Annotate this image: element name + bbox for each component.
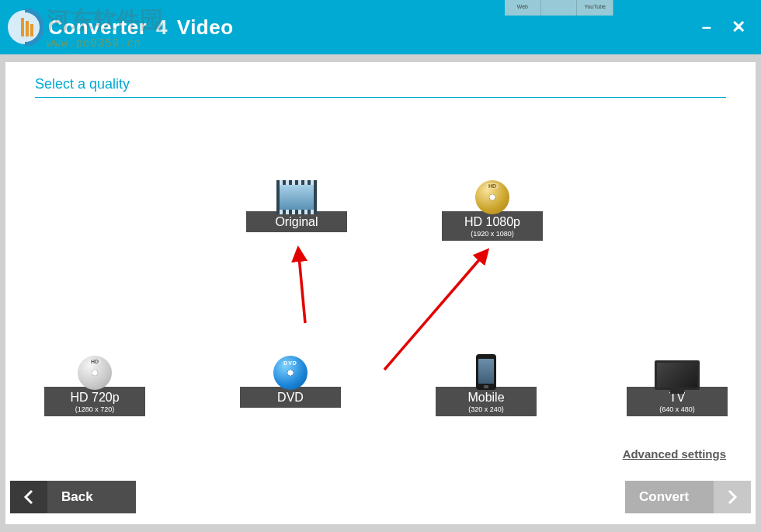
quality-label: HD 1080p (1920 x 1080)	[442, 211, 543, 241]
dvd-disc-icon: DVD	[240, 353, 341, 390]
annotation-arrow-1	[268, 245, 338, 331]
tv-icon	[627, 353, 728, 390]
filmstrip-icon	[246, 177, 347, 214]
advanced-settings-link[interactable]: Advanced settings	[623, 447, 726, 461]
watermark-url: www.pc0359.cn	[47, 37, 141, 50]
app-logo-icon	[6, 9, 43, 46]
quality-label: HD 720p (1280 x 720)	[44, 387, 145, 416]
quality-grid: Original HD HD 1080p (1920 x 1080) HD HD…	[35, 106, 726, 463]
quality-label: Mobile (320 x 240)	[436, 387, 537, 416]
quality-label: DVD	[240, 387, 341, 408]
quality-option-hd1080[interactable]: HD HD 1080p (1920 x 1080)	[442, 177, 543, 241]
quality-option-hd720[interactable]: HD HD 720p (1280 x 720)	[44, 353, 145, 416]
watermark-cn: 河东软件园	[47, 5, 163, 37]
back-label: Back	[47, 489, 93, 505]
gold-disc-icon: HD	[442, 177, 543, 214]
quality-option-mobile[interactable]: Mobile (320 x 240)	[436, 353, 537, 416]
silver-disc-icon: HD	[44, 353, 145, 390]
main-panel: Select a quality Original HD HD 1080p (1…	[5, 62, 756, 524]
back-button[interactable]: Back	[10, 481, 136, 513]
svg-rect-1	[21, 18, 24, 37]
titlebar: Web YouTube Converter 4 Video 河东软件园 www.…	[0, 0, 761, 54]
phone-icon	[436, 353, 537, 390]
close-button[interactable]: ✕	[731, 17, 745, 37]
quality-option-dvd[interactable]: DVD DVD	[240, 353, 341, 408]
svg-rect-3	[30, 24, 33, 37]
quality-label: Original	[246, 211, 347, 232]
footer-buttons: Back Convert	[5, 481, 756, 513]
svg-line-4	[299, 256, 305, 323]
window-controls: – ✕	[702, 17, 745, 37]
chevron-right-icon	[714, 481, 751, 513]
tab-youtube: YouTube	[577, 0, 613, 16]
title-right: Video	[177, 16, 234, 39]
chevron-left-icon	[10, 481, 47, 513]
tab-blank	[541, 0, 578, 16]
quality-option-original[interactable]: Original	[246, 177, 347, 232]
convert-button[interactable]: Convert	[625, 481, 751, 513]
top-strip-tabs: Web YouTube	[505, 0, 613, 16]
quality-option-tv[interactable]: TV (640 x 480)	[627, 353, 728, 416]
svg-rect-2	[26, 21, 29, 37]
tab-web: Web	[505, 0, 541, 16]
convert-label: Convert	[625, 489, 714, 505]
page-title: Select a quality	[35, 76, 726, 98]
minimize-button[interactable]: –	[702, 17, 711, 37]
